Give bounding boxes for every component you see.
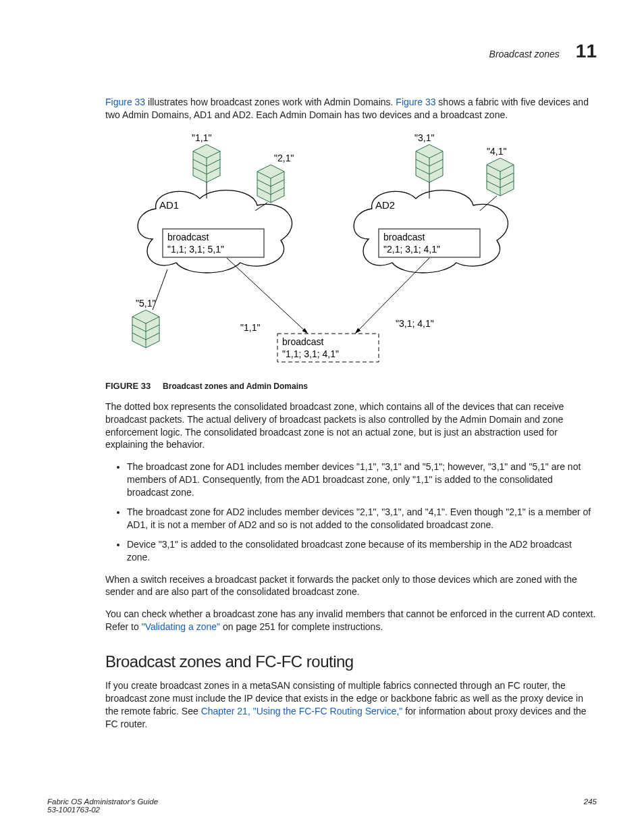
footer-doc-number: 53-1001763-02 <box>47 806 158 814</box>
svg-line-10 <box>153 269 167 310</box>
server-1-1-icon <box>193 145 220 182</box>
validating-zone-link[interactable]: "Validating a zone" <box>142 621 220 632</box>
server-4-1-label: "4,1" <box>487 146 506 157</box>
list-item: The broadcast zone for AD2 includes memb… <box>127 506 597 531</box>
paragraph-validate-zone: You can check whether a broadcast zone h… <box>105 608 597 633</box>
content-column: Figure 33 illustrates how broadcast zone… <box>105 96 597 731</box>
header-section-title: Broadcast zones <box>489 49 560 59</box>
list-item: Device "3,1" is added to the consolidate… <box>127 538 597 564</box>
page: Broadcast zones 11 Figure 33 illustrates… <box>0 0 644 834</box>
footer-doc-title: Fabric OS Administrator's Guide <box>47 798 158 806</box>
intro-paragraph: Figure 33 illustrates how broadcast zone… <box>105 96 597 122</box>
server-4-1-icon <box>487 158 514 196</box>
ad2-label: AD2 <box>375 199 395 211</box>
arrow-right-label: "3,1; 4,1" <box>396 318 434 329</box>
figure-link-2[interactable]: Figure 33 <box>396 97 435 107</box>
consolidated-broadcast-label: broadcast <box>282 336 324 347</box>
footer-left: Fabric OS Administrator's Guide 53-10017… <box>47 798 158 814</box>
figure-link-1[interactable]: Figure 33 <box>105 97 145 107</box>
page-header: Broadcast zones 11 <box>47 41 597 62</box>
ad2-broadcast-members: "2,1; 3,1; 4,1" <box>383 244 440 255</box>
arrow-left-label: "1,1" <box>240 322 260 333</box>
ad1-label: AD1 <box>159 199 179 211</box>
figure-diagram: AD1 broadcast "1,1; 3,1; 5,1" AD2 broadc… <box>112 131 544 376</box>
figure-caption: FIGURE 33 Broadcast zones and Admin Doma… <box>105 380 597 391</box>
section-heading-fcfc: Broadcast zones and FC-FC routing <box>105 652 597 671</box>
consolidated-broadcast-members: "1,1; 3,1; 4,1" <box>282 348 339 359</box>
server-2-1-label: "2,1" <box>274 153 294 163</box>
intro-text-1a: illustrates how broadcast zones work wit… <box>145 97 396 107</box>
paragraph-dotted-box: The dotted box represents the consolidat… <box>105 400 597 452</box>
figure-label: FIGURE 33 <box>105 381 151 391</box>
list-item: The broadcast zone for AD1 includes memb… <box>127 461 597 499</box>
ad2-broadcast-label: broadcast <box>383 232 425 242</box>
figure-caption-text: Broadcast zones and Admin Domains <box>163 382 308 391</box>
ad1-broadcast-label: broadcast <box>167 232 209 242</box>
paragraph-fcfc: If you create broadcast zones in a metaS… <box>105 679 597 731</box>
server-3-1-icon <box>416 145 443 182</box>
server-5-1-label: "5,1" <box>136 298 155 309</box>
paragraph-switch-broadcast: When a switch receives a broadcast packe… <box>105 573 597 599</box>
server-5-1-icon <box>132 310 159 348</box>
ad1-broadcast-members: "1,1; 3,1; 5,1" <box>167 244 224 255</box>
chapter-number: 11 <box>576 41 597 62</box>
page-footer: Fabric OS Administrator's Guide 53-10017… <box>47 798 597 814</box>
para4-text-b: on page 251 for complete instructions. <box>220 621 383 632</box>
chapter-21-link[interactable]: Chapter 21, "Using the FC-FC Routing Ser… <box>201 706 403 716</box>
server-2-1-icon <box>257 165 284 203</box>
svg-line-12 <box>227 258 308 334</box>
server-1-1-label: "1,1" <box>192 132 211 143</box>
server-3-1-label: "3,1" <box>414 132 434 143</box>
footer-page-number: 245 <box>584 798 597 814</box>
bullet-list: The broadcast zone for AD1 includes memb… <box>105 461 597 563</box>
